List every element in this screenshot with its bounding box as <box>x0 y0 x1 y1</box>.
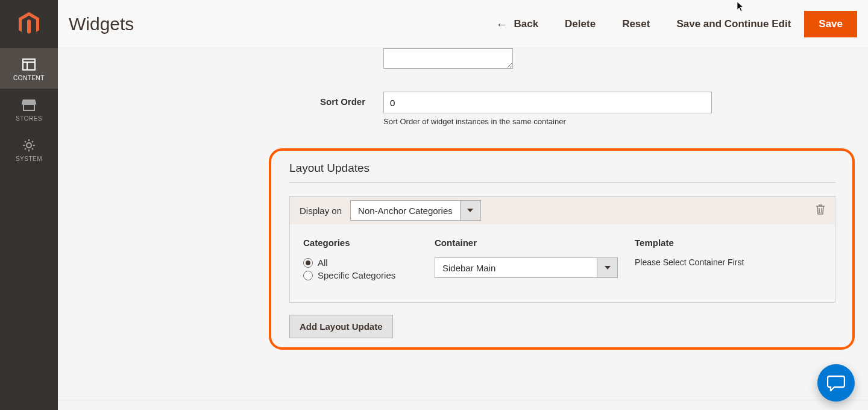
back-button[interactable]: ← Back <box>482 12 552 36</box>
layout-icon <box>22 55 36 74</box>
categories-column-label: Categories <box>303 238 435 248</box>
save-button[interactable]: Save <box>804 11 857 37</box>
sidebar-item-content[interactable]: CONTENT <box>0 48 58 89</box>
container-select-value: Sidebar Main <box>435 258 597 277</box>
container-column-label: Container <box>435 238 635 248</box>
admin-sidebar: CONTENT STORES SYSTEM <box>0 0 58 410</box>
svg-line-14 <box>822 208 822 213</box>
arrow-left-icon: ← <box>495 18 508 30</box>
page-header: Widgets ← Back Delete Reset Save and Con… <box>58 0 868 48</box>
sidebar-item-stores[interactable]: STORES <box>0 89 58 129</box>
magento-logo-icon <box>18 12 40 36</box>
delete-layout-update-button[interactable] <box>816 204 825 217</box>
svg-rect-0 <box>23 59 35 70</box>
display-on-value: Non-Anchor Categories <box>351 201 460 220</box>
display-on-label: Display on <box>300 206 342 216</box>
chat-launcher-button[interactable] <box>817 364 855 402</box>
radio-icon <box>303 258 313 268</box>
layout-updates-heading: Layout Updates <box>289 162 835 183</box>
gear-icon <box>22 136 36 154</box>
layout-updates-section: Layout Updates Display on Non-Anchor Cat… <box>289 162 835 338</box>
categories-radio-specific-label: Specific Categories <box>318 270 395 280</box>
sidebar-item-label: SYSTEM <box>16 156 42 162</box>
page-title: Widgets <box>69 14 134 34</box>
delete-button[interactable]: Delete <box>552 12 609 36</box>
svg-line-11 <box>25 148 26 150</box>
sort-order-input[interactable] <box>383 92 712 113</box>
sort-order-label: Sort Order <box>58 92 383 107</box>
categories-radio-specific[interactable]: Specific Categories <box>303 270 435 280</box>
container-select[interactable]: Sidebar Main <box>435 257 618 278</box>
svg-line-10 <box>32 148 33 150</box>
footer-divider <box>58 400 868 400</box>
sidebar-item-label: STORES <box>16 115 42 122</box>
save-and-continue-button[interactable]: Save and Continue Edit <box>663 12 804 36</box>
categories-radio-all-label: All <box>318 257 328 268</box>
chevron-down-icon <box>460 201 480 220</box>
radio-icon <box>303 271 313 280</box>
back-button-label: Back <box>514 18 538 30</box>
template-placeholder-text: Please Select Container First <box>635 257 822 267</box>
storefront-icon <box>22 96 36 114</box>
main-content: Sort Order Sort Order of widget instance… <box>58 48 868 410</box>
chat-icon <box>827 374 845 391</box>
svg-line-13 <box>819 208 820 213</box>
categories-radio-all[interactable]: All <box>303 257 435 268</box>
sort-order-help: Sort Order of widget instances in the sa… <box>383 117 712 126</box>
trash-icon <box>816 204 825 215</box>
svg-point-4 <box>27 143 31 148</box>
template-column-label: Template <box>635 238 822 248</box>
sidebar-item-system[interactable]: SYSTEM <box>0 129 58 169</box>
svg-line-12 <box>32 141 33 142</box>
layout-update-card: Display on Non-Anchor Categories Categor… <box>289 196 835 303</box>
add-layout-update-button[interactable]: Add Layout Update <box>289 315 393 338</box>
reset-button[interactable]: Reset <box>609 12 663 36</box>
magento-logo[interactable] <box>0 0 58 48</box>
layout-card-header: Display on Non-Anchor Categories <box>290 197 835 224</box>
chevron-down-icon <box>597 258 617 277</box>
svg-rect-3 <box>24 104 34 110</box>
display-on-select[interactable]: Non-Anchor Categories <box>350 200 481 221</box>
svg-line-9 <box>25 141 26 142</box>
sidebar-item-label: CONTENT <box>13 75 45 81</box>
widget-field-textarea[interactable] <box>383 48 513 69</box>
